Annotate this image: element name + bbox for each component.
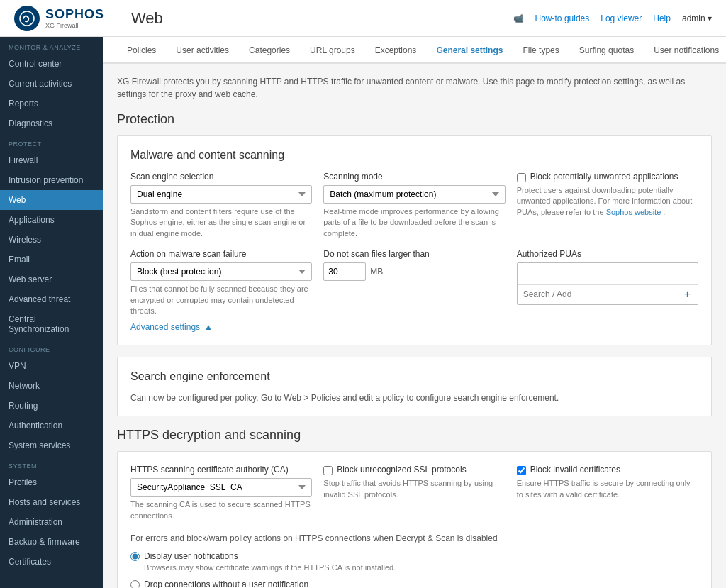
sidebar-item-advanced-threat[interactable]: Advanced threat	[0, 289, 103, 309]
info-banner: XG Firewall protects you by scanning HTT…	[117, 75, 712, 101]
tab-categories[interactable]: Categories	[239, 37, 300, 64]
ca-note: The scanning CA is used to secure scanne…	[130, 499, 312, 521]
sidebar-item-email[interactable]: Email	[0, 250, 103, 270]
logo-text: SOPHOS XG Firewall	[45, 7, 104, 29]
logo-area: SOPHOS XG Firewall	[14, 6, 117, 31]
scanning-mode-select[interactable]: Batch (maximum protection) Real-time mod…	[323, 185, 505, 204]
sidebar-item-backup-firmware[interactable]: Backup & firmware	[0, 532, 103, 552]
page-body: XG Firewall protects you by scanning HTT…	[103, 64, 726, 588]
block-pua-field: Block potentially unwanted applications …	[517, 172, 698, 239]
malware-card: Malware and content scanning Scan engine…	[117, 135, 712, 345]
sidebar-item-current-activities[interactable]: Current activities	[0, 74, 103, 94]
search-engine-card: Search engine enforcement Can now be con…	[117, 357, 712, 416]
tabs-bar: PoliciesUser activitiesCategoriesURL gro…	[103, 37, 726, 64]
tab-general-settings[interactable]: General settings	[426, 37, 513, 64]
help-link[interactable]: Help	[653, 13, 671, 23]
sidebar-item-certificates[interactable]: Certificates	[0, 552, 103, 572]
drop-connections-row: Drop connections without a user notifica…	[130, 579, 698, 588]
malware-action-select[interactable]: Block (best protection) Allow	[130, 262, 312, 281]
ca-field: HTTPS scanning certificate authority (CA…	[130, 465, 312, 521]
block-invalid-desc: Ensure HTTPS traffic is secure by connec…	[517, 478, 698, 500]
display-notifications-note: Browsers may show certificate warnings i…	[144, 562, 396, 573]
scan-engine-field: Scan engine selection Dual engine Single…	[130, 172, 312, 239]
search-engine-note: Can now be configured per policy. Go to …	[130, 393, 698, 403]
sidebar-item-diagnostics[interactable]: Diagnostics	[0, 113, 103, 133]
sophos-logo-icon	[14, 6, 40, 31]
sidebar-item-system-services[interactable]: System services	[0, 436, 103, 455]
page-title: Web	[131, 9, 513, 28]
protection-title: Protection	[117, 112, 712, 127]
sophos-website-link[interactable]: Sophos website	[606, 208, 661, 216]
ca-label: HTTPS scanning certificate authority (CA…	[130, 465, 312, 475]
authorized-puas-field: Authorized PUAs +	[517, 249, 698, 316]
camera-icon: 📹	[513, 13, 524, 23]
sidebar-item-intrusion-prevention[interactable]: Intrusion prevention	[0, 170, 103, 190]
sidebar-item-administration[interactable]: Administration	[0, 512, 103, 532]
sidebar-item-web-server[interactable]: Web server	[0, 270, 103, 289]
display-notifications-label[interactable]: Display user notifications	[144, 551, 238, 561]
sidebar-item-web[interactable]: Web	[0, 190, 103, 210]
tab-file-types[interactable]: File types	[513, 37, 569, 64]
sidebar-item-network[interactable]: Network	[0, 376, 103, 396]
sidebar-item-wireless[interactable]: Wireless	[0, 230, 103, 250]
block-invalid-field: Block invalid certificates Ensure HTTPS …	[517, 465, 698, 521]
scan-engine-label: Scan engine selection	[130, 172, 312, 182]
tab-url-groups[interactable]: URL groups	[300, 37, 365, 64]
sidebar-item-vpn[interactable]: VPN	[0, 356, 103, 376]
main-layout: MONITOR & ANALYZEControl centerCurrent a…	[0, 37, 726, 588]
tab-policies[interactable]: Policies	[117, 37, 166, 64]
sidebar-item-reports[interactable]: Reports	[0, 94, 103, 113]
block-unrecognized-checkbox[interactable]	[323, 466, 333, 475]
tab-user-notifications[interactable]: User notifications	[644, 37, 726, 64]
scan-engine-note: Sandstorm and content filters require us…	[130, 206, 312, 239]
scanning-mode-field: Scanning mode Batch (maximum protection)…	[323, 172, 505, 239]
advanced-settings-toggle[interactable]: Advanced settings ▲	[130, 322, 698, 332]
sidebar-item-central-sync[interactable]: Central Synchronization	[0, 309, 103, 339]
tab-surfing-quotas[interactable]: Surfing quotas	[569, 37, 644, 64]
block-invalid-checkbox[interactable]	[517, 466, 526, 475]
block-unrecognized-field: Block unrecognized SSL protocols Stop tr…	[323, 465, 505, 521]
block-invalid-label[interactable]: Block invalid certificates	[530, 465, 620, 475]
malware-action-label: Action on malware scan failure	[130, 249, 312, 259]
display-notifications-row: Display user notifications Browsers may …	[130, 550, 698, 573]
add-pua-button[interactable]: +	[683, 288, 692, 301]
scanning-mode-label: Scanning mode	[323, 172, 505, 182]
admin-menu[interactable]: admin ▾	[682, 13, 712, 23]
header-nav: 📹 How-to guides Log viewer Help admin ▾	[513, 13, 712, 23]
sidebar-item-profiles[interactable]: Profiles	[0, 472, 103, 492]
sidebar: MONITOR & ANALYZEControl centerCurrent a…	[0, 37, 103, 588]
search-engine-title: Search engine enforcement	[130, 370, 698, 383]
scan-engine-select[interactable]: Dual engine Single engine	[130, 185, 312, 204]
https-errors-group: For errors and block/warn policy actions…	[130, 533, 698, 588]
howto-link[interactable]: How-to guides	[535, 13, 590, 23]
malware-action-note: Files that cannot be fully scanned becau…	[130, 284, 312, 316]
display-notifications-radio[interactable]	[130, 552, 140, 561]
block-pua-label[interactable]: Block potentially unwanted applications	[530, 172, 678, 182]
sidebar-item-authentication[interactable]: Authentication	[0, 416, 103, 436]
sophos-brand: SOPHOS	[45, 7, 104, 22]
block-pua-checkbox[interactable]	[517, 173, 526, 182]
tab-user-activities[interactable]: User activities	[166, 37, 239, 64]
sidebar-item-routing[interactable]: Routing	[0, 396, 103, 416]
scanning-mode-note: Real-time mode improves performance by a…	[323, 206, 505, 239]
tab-exceptions[interactable]: Exceptions	[365, 37, 427, 64]
advanced-settings-label: Advanced settings	[130, 322, 200, 332]
drop-connections-radio[interactable]	[130, 580, 140, 588]
block-unrecognized-label[interactable]: Block unrecognized SSL protocols	[337, 465, 466, 475]
sidebar-item-applications[interactable]: Applications	[0, 210, 103, 230]
search-add-input[interactable]	[523, 289, 680, 299]
sidebar-section-label: SYSTEM	[0, 455, 103, 472]
logo-sub: XG Firewall	[45, 22, 104, 29]
sidebar-item-hosts-services[interactable]: Hosts and services	[0, 492, 103, 512]
ca-select[interactable]: SecurityAppliance_SSL_CA	[130, 478, 312, 497]
logviewer-link[interactable]: Log viewer	[601, 13, 642, 23]
sidebar-item-control-center[interactable]: Control center	[0, 54, 103, 74]
no-scan-larger-input[interactable]	[323, 262, 366, 281]
chevron-up-icon: ▲	[204, 322, 213, 332]
drop-connections-label[interactable]: Drop connections without a user notifica…	[144, 579, 308, 588]
sidebar-item-firewall[interactable]: Firewall	[0, 150, 103, 170]
sidebar-section-label: MONITOR & ANALYZE	[0, 37, 103, 54]
block-pua-desc: Protect users against downloading potent…	[517, 185, 698, 218]
https-errors-title: For errors and block/warn policy actions…	[130, 533, 698, 545]
top-header: SOPHOS XG Firewall Web 📹 How-to guides L…	[0, 0, 726, 37]
